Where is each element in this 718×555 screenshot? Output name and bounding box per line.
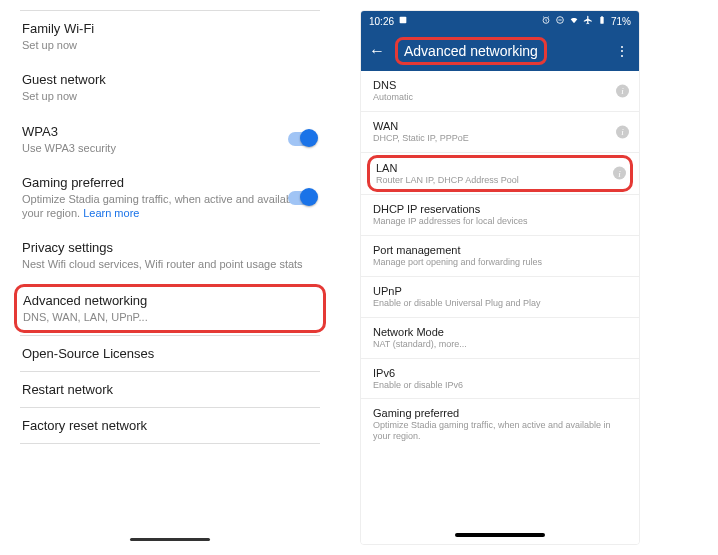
item-factory-reset[interactable]: Factory reset network <box>20 408 320 443</box>
alarm-icon <box>541 15 551 27</box>
item-family-wifi[interactable]: Family Wi-Fi Set up now <box>20 11 320 62</box>
item-dhcp-reservations[interactable]: DHCP IP reservations Manage IP addresses… <box>361 195 639 235</box>
wifi-icon <box>569 15 579 27</box>
item-ipv6[interactable]: IPv6 Enable or disable IPv6 <box>361 359 639 399</box>
item-lan[interactable]: LAN Router LAN IP, DHCP Address Pool i <box>376 162 624 186</box>
item-subtitle: Enable or disable Universal Plug and Pla… <box>373 298 627 309</box>
item-gaming-preferred[interactable]: Gaming preferred Optimize Stadia gaming … <box>361 399 639 450</box>
item-restart-network[interactable]: Restart network <box>20 372 320 407</box>
item-gaming-preferred[interactable]: Gaming preferred Optimize Stadia gaming … <box>20 165 320 231</box>
item-title: Guest network <box>22 72 318 87</box>
svg-rect-3 <box>600 17 603 24</box>
item-subtitle: Manage port opening and forwarding rules <box>373 257 627 268</box>
divider <box>361 152 639 153</box>
item-wpa3[interactable]: WPA3 Use WPA3 security <box>20 114 320 165</box>
item-network-mode[interactable]: Network Mode NAT (standard), more... <box>361 318 639 358</box>
page-title: Advanced networking <box>404 43 538 59</box>
gesture-bar <box>130 538 210 541</box>
item-title: LAN <box>376 162 624 174</box>
item-title: Restart network <box>22 382 318 397</box>
battery-percent: 71% <box>611 16 631 27</box>
item-port-management[interactable]: Port management Manage port opening and … <box>361 236 639 276</box>
item-title: WPA3 <box>22 124 318 139</box>
item-title: DHCP IP reservations <box>373 203 627 215</box>
item-title: Network Mode <box>373 326 627 338</box>
item-subtitle: DNS, WAN, LAN, UPnP... <box>23 310 317 324</box>
item-title: Family Wi-Fi <box>22 21 318 36</box>
advanced-networking-screen: 10:26 71% ← Advance <box>360 10 640 545</box>
advanced-list: DNS Automatic i WAN DHCP, Static IP, PPP… <box>361 71 639 526</box>
navigation-bar <box>361 526 639 544</box>
airplane-icon <box>583 15 593 27</box>
item-subtitle: Set up now <box>22 89 318 103</box>
item-subtitle: Nest Wifi cloud services, Wifi router an… <box>22 257 318 271</box>
item-title: WAN <box>373 120 627 132</box>
battery-icon <box>597 15 607 27</box>
toggle-switch[interactable] <box>288 191 316 205</box>
item-subtitle: Optimize Stadia gaming traffic, when act… <box>373 420 627 442</box>
item-guest-network[interactable]: Guest network Set up now <box>20 62 320 113</box>
item-open-source-licenses[interactable]: Open-Source Licenses <box>20 336 320 371</box>
notification-icon <box>398 15 408 27</box>
highlight-advanced-networking: Advanced networking DNS, WAN, LAN, UPnP.… <box>14 284 326 333</box>
svg-rect-0 <box>400 17 407 24</box>
info-icon[interactable]: i <box>613 167 626 180</box>
item-subtitle: Router LAN IP, DHCP Address Pool <box>376 175 624 186</box>
status-time: 10:26 <box>369 16 394 27</box>
item-subtitle: Optimize Stadia gaming traffic, when act… <box>22 192 318 221</box>
item-title: DNS <box>373 79 627 91</box>
item-title: Open-Source Licenses <box>22 346 318 361</box>
svg-rect-4 <box>601 16 603 17</box>
item-title: Privacy settings <box>22 240 318 255</box>
settings-list-left: Family Wi-Fi Set up now Guest network Se… <box>20 10 320 545</box>
item-title: Factory reset network <box>22 418 318 433</box>
gesture-pill[interactable] <box>455 533 545 537</box>
learn-more-link[interactable]: Learn more <box>83 207 139 219</box>
item-title: Advanced networking <box>23 293 317 308</box>
item-subtitle: NAT (standard), more... <box>373 339 627 350</box>
item-title: Gaming preferred <box>22 175 318 190</box>
item-subtitle: Set up now <box>22 38 318 52</box>
item-subtitle: Enable or disable IPv6 <box>373 380 627 391</box>
toggle-switch[interactable] <box>288 132 316 146</box>
item-advanced-networking[interactable]: Advanced networking DNS, WAN, LAN, UPnP.… <box>23 293 317 324</box>
item-subtitle: DHCP, Static IP, PPPoE <box>373 133 627 144</box>
item-dns[interactable]: DNS Automatic i <box>361 71 639 111</box>
dnd-icon <box>555 15 565 27</box>
info-icon[interactable]: i <box>616 84 629 97</box>
highlight-lan: LAN Router LAN IP, DHCP Address Pool i <box>367 155 633 193</box>
info-icon[interactable]: i <box>616 125 629 138</box>
more-icon[interactable]: ⋮ <box>615 43 629 59</box>
item-subtitle: Use WPA3 security <box>22 141 318 155</box>
item-title: Port management <box>373 244 627 256</box>
item-wan[interactable]: WAN DHCP, Static IP, PPPoE i <box>361 112 639 152</box>
item-subtitle: Automatic <box>373 92 627 103</box>
item-upnp[interactable]: UPnP Enable or disable Universal Plug an… <box>361 277 639 317</box>
item-privacy-settings[interactable]: Privacy settings Nest Wifi cloud service… <box>20 230 320 281</box>
app-bar: ← Advanced networking ⋮ <box>361 31 639 71</box>
back-arrow-icon[interactable]: ← <box>369 42 385 60</box>
item-title: IPv6 <box>373 367 627 379</box>
item-title: Gaming preferred <box>373 407 627 419</box>
status-bar: 10:26 71% <box>361 11 639 31</box>
divider <box>20 443 320 444</box>
highlight-title: Advanced networking <box>395 37 547 65</box>
item-title: UPnP <box>373 285 627 297</box>
item-subtitle: Manage IP addresses for local devices <box>373 216 627 227</box>
